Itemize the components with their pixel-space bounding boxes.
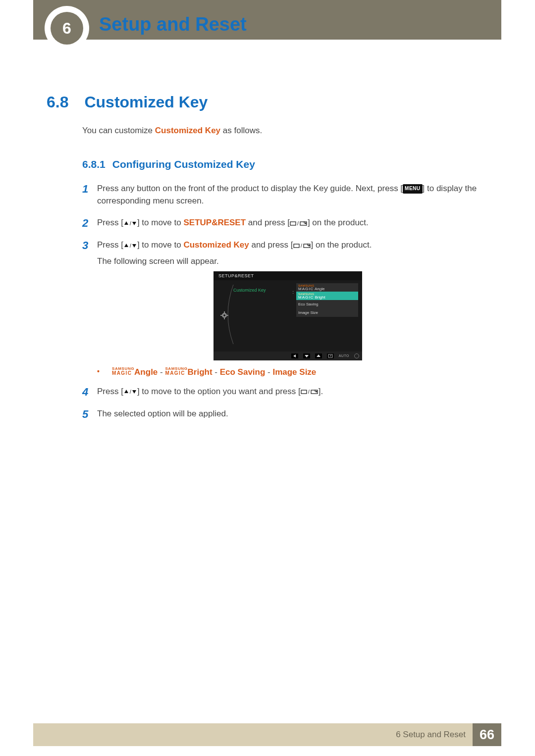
osd-option-bright-selected: SAMSUNGMAGIC Bright <box>296 292 358 300</box>
svg-marker-2 <box>132 222 136 225</box>
chapter-title: Setup and Reset <box>99 14 247 35</box>
osd-title: SETUP&RESET <box>214 271 362 280</box>
svg-marker-21 <box>305 355 309 357</box>
step-number: 1 <box>82 183 97 211</box>
option-bright: Bright <box>188 367 213 377</box>
osd-btn-left-icon <box>291 353 298 358</box>
page-number-box: 66 <box>473 723 501 746</box>
page-number: 66 <box>480 727 494 743</box>
step-number: 3 <box>82 239 97 379</box>
svg-text:/: / <box>308 389 310 395</box>
section-title: Customized Key <box>84 93 208 111</box>
osd-screenshot: SETUP&RESET Customized Key : ▲ SA <box>214 271 362 360</box>
subsection-heading: 6.8.1Configuring Customized Key <box>82 157 479 172</box>
up-down-icon: / <box>123 220 137 226</box>
step3-followup: The following screen will appear. <box>97 255 479 268</box>
svg-marker-22 <box>317 354 321 357</box>
svg-text:/: / <box>130 221 131 226</box>
svg-marker-20 <box>293 354 296 357</box>
step-1: 1 Press any button on the front of the p… <box>82 183 479 211</box>
osd-btn-up-icon <box>315 353 322 358</box>
svg-rect-10 <box>294 244 299 248</box>
samsung-magic-bright-logo: SAMSUNGMAGIC <box>165 367 187 376</box>
intro-paragraph: You can customize Customized Key as foll… <box>82 125 479 137</box>
svg-rect-18 <box>220 315 222 316</box>
osd-options-list: SAMSUNGMAGIC Angle SAMSUNGMAGIC Bright E… <box>296 283 358 317</box>
bullet-icon: • <box>97 366 112 379</box>
step-number: 4 <box>82 386 97 402</box>
osd-btn-enter-icon <box>327 353 334 358</box>
step-5: 5 The selected option will be applied. <box>82 408 479 424</box>
select-source-icon: / <box>290 220 308 226</box>
osd-option-angle: SAMSUNGMAGIC Angle <box>296 283 358 292</box>
option-eco-saving: Eco Saving <box>220 367 266 377</box>
step-number: 2 <box>82 217 97 233</box>
menu-key-icon: MENU <box>403 184 422 194</box>
select-source-icon: / <box>293 243 311 249</box>
svg-rect-19 <box>227 315 228 316</box>
subsection-number: 6.8.1 <box>82 158 106 170</box>
footer-chapter: 6 Setup and Reset <box>396 730 466 740</box>
intro-keyword: Customized Key <box>155 126 220 135</box>
samsung-magic-angle-logo: SAMSUNGMAGIC <box>112 367 134 376</box>
step5-text: The selected option will be applied. <box>97 408 479 420</box>
step2-target: SETUP&RESET <box>183 218 246 227</box>
svg-text:/: / <box>130 389 131 395</box>
svg-marker-26 <box>132 390 136 394</box>
options-bullet: • SAMSUNGMAGICAngle - SAMSUNGMAGICBright… <box>97 366 479 379</box>
osd-colon: : <box>292 289 294 296</box>
section-number: 6.8 <box>47 93 82 111</box>
svg-point-15 <box>223 314 225 316</box>
svg-rect-3 <box>290 222 296 225</box>
svg-rect-27 <box>301 390 307 394</box>
svg-rect-17 <box>224 318 225 319</box>
osd-option-eco: Eco Saving <box>296 300 358 308</box>
up-down-icon: / <box>123 389 137 395</box>
chapter-number: 6 <box>51 12 83 45</box>
subsection-title: Configuring Customized Key <box>112 158 255 170</box>
svg-marker-9 <box>132 244 136 248</box>
svg-text:/: / <box>130 243 131 249</box>
section-heading: 6.8 Customized Key <box>47 93 478 111</box>
svg-rect-16 <box>224 311 225 313</box>
up-down-icon: / <box>123 243 137 249</box>
svg-marker-24 <box>124 390 128 393</box>
step-2: 2 Press [/] to move to SETUP&RESET and p… <box>82 217 479 233</box>
option-image-size: Image Size <box>272 367 316 377</box>
svg-text:/: / <box>297 221 299 226</box>
step-3: 3 Press [/] to move to Customized Key an… <box>82 239 479 379</box>
svg-marker-7 <box>124 244 128 247</box>
step-number: 5 <box>82 408 97 424</box>
select-source-icon: / <box>301 389 319 395</box>
step-4: 4 Press [/] to move to the option you wa… <box>82 386 479 402</box>
power-icon <box>354 353 359 358</box>
chapter-badge: 6 <box>45 6 89 50</box>
svg-text:/: / <box>301 243 302 249</box>
gear-icon <box>220 311 228 319</box>
osd-btn-down-icon <box>303 353 310 358</box>
step3-target: Customized Key <box>183 240 249 250</box>
osd-bottom-bar: AUTO <box>214 352 362 360</box>
svg-marker-0 <box>124 221 128 225</box>
option-angle: Angle <box>134 367 158 377</box>
osd-option-size: Image Size <box>296 308 358 317</box>
osd-auto-label: AUTO <box>339 353 349 358</box>
page-footer: 6 Setup and Reset 66 <box>33 723 501 746</box>
osd-menu-label: Customized Key <box>233 287 266 294</box>
